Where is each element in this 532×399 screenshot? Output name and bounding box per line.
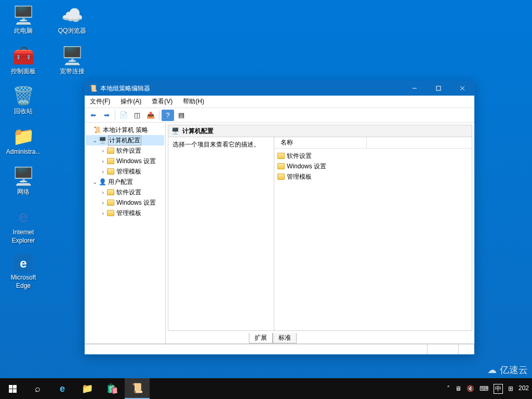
search-button[interactable]: ⌕ bbox=[25, 378, 50, 399]
desktop-icon-ie[interactable]: eInternet Explorer bbox=[4, 206, 43, 245]
watermark: ☁亿速云 bbox=[487, 364, 528, 376]
edge-icon: e bbox=[14, 254, 33, 273]
separator bbox=[115, 111, 115, 120]
taskbar: ⌕ e 📁 🛍️ 📜 ˄ 🖥 🔇 ⌨ 中 ⊞ 202 bbox=[0, 378, 532, 399]
desktop: 🖥️此电脑 ☁️QQ浏览器 🧰控制面板 🖥️宽带连接 🗑️回收站 📁Admini… bbox=[0, 0, 532, 399]
expand-icon[interactable]: › bbox=[99, 210, 107, 216]
tree-windows-settings[interactable]: ›Windows 设置 bbox=[86, 156, 164, 166]
taskbar-store[interactable]: 🛍️ bbox=[100, 378, 125, 399]
tree-software-settings[interactable]: ›软件设置 bbox=[86, 145, 164, 156]
taskbar-gpedit[interactable]: 📜 bbox=[125, 378, 150, 399]
tree-user-windows-settings[interactable]: ›Windows 设置 bbox=[86, 197, 164, 208]
content-pane: 🖥️计算机配置 选择一个项目来查看它的描述。 名称 软件设置 Windows 设… bbox=[166, 123, 474, 343]
windows-logo-icon bbox=[8, 384, 17, 393]
taskbar-edge[interactable]: e bbox=[50, 378, 75, 399]
statusbar bbox=[85, 344, 474, 354]
expand-icon[interactable]: › bbox=[99, 189, 107, 195]
column-name[interactable]: 名称 bbox=[278, 137, 367, 148]
show-hide-tree-button[interactable]: ◫ bbox=[131, 110, 143, 121]
clock[interactable]: 202 bbox=[518, 385, 529, 392]
filter-button[interactable]: ▤ bbox=[175, 110, 188, 121]
taskbar-explorer[interactable]: 📁 bbox=[75, 378, 100, 399]
search-icon: ⌕ bbox=[35, 383, 41, 394]
tab-standard[interactable]: 标准 bbox=[273, 333, 297, 343]
list-item[interactable]: Windows 设置 bbox=[277, 161, 469, 171]
recycle-bin-icon: 🗑️ bbox=[12, 85, 34, 107]
folder-icon bbox=[107, 188, 115, 196]
folder-icon bbox=[277, 153, 285, 159]
network-icon: 🖥️ bbox=[12, 165, 34, 187]
desktop-icon-qqbrowser[interactable]: ☁️QQ浏览器 bbox=[53, 4, 91, 35]
tree-root[interactable]: 📜本地计算机 策略 bbox=[86, 125, 164, 135]
collapse-icon[interactable]: ⌄ bbox=[91, 179, 98, 185]
desktop-icon-recycle-bin[interactable]: 🗑️回收站 bbox=[4, 85, 43, 116]
ime-mode-icon[interactable]: ⊞ bbox=[508, 385, 513, 392]
desktop-icon-this-pc[interactable]: 🖥️此电脑 bbox=[4, 4, 43, 35]
folder-icon bbox=[107, 147, 115, 155]
tab-extended[interactable]: 扩展 bbox=[249, 333, 273, 343]
explorer-icon: 📁 bbox=[82, 383, 93, 394]
ime-indicator[interactable]: 中 bbox=[494, 384, 503, 394]
list-header[interactable]: 名称 bbox=[274, 137, 472, 149]
tree-admin-templates[interactable]: ›管理模板 bbox=[86, 166, 164, 177]
titlebar[interactable]: 📜 本地组策略编辑器 bbox=[85, 81, 474, 96]
desktop-icons: 🖥️此电脑 ☁️QQ浏览器 🧰控制面板 🖥️宽带连接 🗑️回收站 📁Admini… bbox=[4, 4, 91, 290]
volume-icon[interactable]: 🔇 bbox=[467, 385, 474, 392]
window-title: 本地组策略编辑器 bbox=[100, 84, 150, 93]
user-folder-icon: 📁 bbox=[12, 125, 34, 147]
expand-icon[interactable]: › bbox=[99, 158, 107, 164]
separator bbox=[159, 111, 159, 120]
start-button[interactable] bbox=[0, 378, 25, 399]
back-button[interactable]: ⬅ bbox=[87, 110, 99, 121]
policy-icon: 📜 bbox=[93, 126, 101, 134]
desktop-icon-broadband[interactable]: 🖥️宽带连接 bbox=[53, 45, 91, 76]
expand-icon[interactable]: › bbox=[99, 148, 107, 154]
tree-pane[interactable]: 📜本地计算机 策略 ⌄🖥️计算机配置 ›软件设置 ›Windows 设置 ›管理… bbox=[85, 123, 166, 343]
tree-user-config[interactable]: ⌄👤用户配置 bbox=[86, 177, 164, 187]
tray-expand-icon[interactable]: ˄ bbox=[447, 385, 450, 392]
menu-file[interactable]: 文件(F) bbox=[88, 96, 112, 107]
list-item[interactable]: 软件设置 bbox=[277, 151, 469, 161]
desktop-icon-edge[interactable]: eMicrosoft Edge bbox=[4, 254, 43, 290]
gpedit-window: 📜 本地组策略编辑器 文件(F) 操作(A) 查看(V) 帮助(H) ⬅ ➡ 📄… bbox=[84, 81, 475, 355]
content-header: 🖥️计算机配置 bbox=[168, 125, 472, 137]
desktop-icon-network[interactable]: 🖥️网络 bbox=[4, 165, 43, 196]
maximize-button[interactable] bbox=[427, 81, 450, 96]
menu-help[interactable]: 帮助(H) bbox=[181, 96, 206, 107]
tree-computer-config[interactable]: ⌄🖥️计算机配置 bbox=[86, 135, 164, 145]
list-pane[interactable]: 名称 软件设置 Windows 设置 管理模板 bbox=[274, 137, 472, 330]
tree-user-admin-templates[interactable]: ›管理模板 bbox=[86, 208, 164, 218]
network-icon[interactable]: 🖥 bbox=[455, 385, 461, 392]
this-pc-icon: 🖥️ bbox=[12, 4, 34, 26]
store-icon: 🛍️ bbox=[107, 383, 118, 394]
close-button[interactable] bbox=[450, 81, 474, 96]
broadband-icon: 🖥️ bbox=[61, 45, 83, 66]
gpedit-icon: 📜 bbox=[131, 382, 143, 394]
up-button[interactable]: 📄 bbox=[117, 110, 130, 121]
desktop-icon-control-panel[interactable]: 🧰控制面板 bbox=[4, 45, 43, 76]
cloud-icon: ☁ bbox=[487, 364, 497, 376]
collapse-icon[interactable]: ⌄ bbox=[91, 137, 98, 144]
keyboard-icon[interactable]: ⌨ bbox=[480, 385, 488, 392]
menu-view[interactable]: 查看(V) bbox=[150, 96, 175, 107]
expand-icon[interactable]: › bbox=[99, 168, 107, 175]
tree-user-software-settings[interactable]: ›软件设置 bbox=[86, 187, 164, 197]
menu-action[interactable]: 操作(A) bbox=[118, 96, 143, 107]
minimize-button[interactable] bbox=[403, 81, 427, 96]
folder-icon bbox=[107, 198, 115, 207]
expand-icon[interactable]: › bbox=[99, 200, 107, 206]
forward-button[interactable]: ➡ bbox=[100, 110, 113, 121]
desktop-icon-administrator[interactable]: 📁Administra... bbox=[4, 125, 43, 156]
export-button[interactable]: 📤 bbox=[144, 110, 157, 121]
qqbrowser-icon: ☁️ bbox=[61, 4, 83, 26]
system-tray: ˄ 🖥 🔇 ⌨ 中 ⊞ 202 bbox=[447, 384, 532, 394]
folder-icon bbox=[107, 157, 115, 165]
folder-icon bbox=[277, 174, 285, 180]
help-button[interactable]: ? bbox=[162, 110, 174, 121]
view-tabs: 扩展 标准 bbox=[249, 333, 474, 343]
list-item[interactable]: 管理模板 bbox=[277, 171, 469, 182]
svg-rect-1 bbox=[436, 86, 441, 90]
folder-icon bbox=[107, 209, 115, 217]
toolbar: ⬅ ➡ 📄 ◫ 📤 ? ▤ bbox=[85, 108, 474, 123]
computer-icon: 🖥️ bbox=[171, 127, 179, 135]
